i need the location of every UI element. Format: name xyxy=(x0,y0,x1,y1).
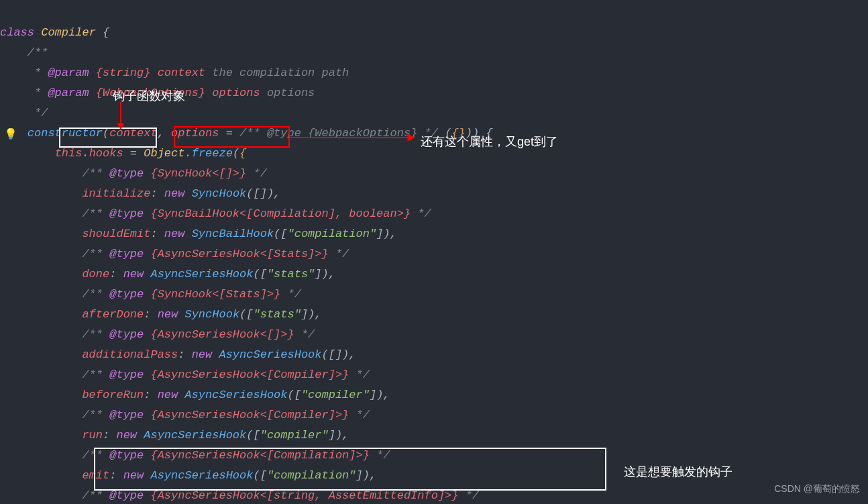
svg-marker-3 xyxy=(408,134,415,141)
watermark: CSDN @葡萄的愤怒 xyxy=(774,478,860,499)
highlight-box-emit xyxy=(94,448,606,491)
code-block: class Compiler { /** * @param {string} c… xyxy=(0,0,868,504)
annotation-freeze-note: 还有这个属性，又get到了 xyxy=(421,132,558,152)
highlight-box-freeze xyxy=(174,126,290,148)
arrow-right-icon xyxy=(288,133,416,142)
lightbulb-icon[interactable]: 💡 xyxy=(4,125,17,145)
highlight-box-hooks xyxy=(59,128,157,148)
svg-marker-1 xyxy=(117,123,124,129)
arrow-down-icon xyxy=(114,99,127,129)
annotation-emit-note: 这是想要触发的钩子 xyxy=(624,462,733,482)
